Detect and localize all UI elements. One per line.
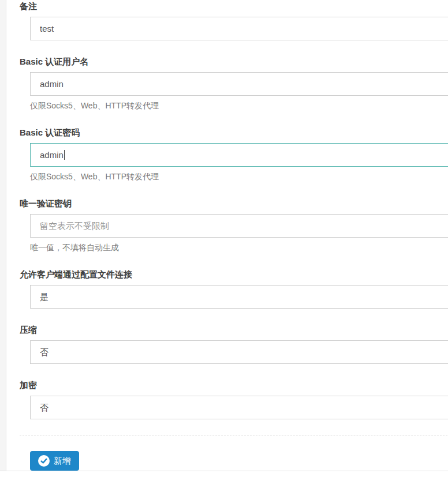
unique-key-input[interactable] xyxy=(30,214,448,238)
add-button[interactable]: 新增 xyxy=(30,451,79,471)
basic-auth-password-value: admin xyxy=(40,150,64,160)
form-group-allow-config-connect: 允许客户端通过配置文件连接 是 xyxy=(20,269,448,309)
basic-auth-username-input[interactable] xyxy=(30,72,448,96)
form-group-encryption: 加密 否 xyxy=(20,380,448,419)
unique-key-label: 唯一验证密钥 xyxy=(20,198,448,208)
form-group-basic-auth-username: Basic 认证用户名 仅限Socks5、Web、HTTP转发代理 xyxy=(20,57,448,111)
basic-auth-username-hint: 仅限Socks5、Web、HTTP转发代理 xyxy=(30,100,448,111)
check-circle-icon xyxy=(38,455,50,467)
form-group-unique-key: 唯一验证密钥 唯一值，不填将自动生成 xyxy=(20,198,448,253)
form-group-remark: 备注 xyxy=(20,1,448,40)
panel-bottom-border xyxy=(0,471,448,471)
compression-select[interactable]: 否 xyxy=(30,340,448,364)
page: 备注 Basic 认证用户名 仅限Socks5、Web、HTTP转发代理 Bas… xyxy=(0,0,448,477)
unique-key-hint: 唯一值，不填将自动生成 xyxy=(30,242,448,253)
remark-label: 备注 xyxy=(20,1,448,11)
remark-input[interactable] xyxy=(30,17,448,40)
encryption-select[interactable]: 否 xyxy=(30,396,448,419)
basic-auth-password-label: Basic 认证密码 xyxy=(20,127,448,137)
form-group-compression: 压缩 否 xyxy=(20,325,448,364)
add-button-label: 新增 xyxy=(54,456,71,467)
form-group-basic-auth-password: Basic 认证密码 admin 仅限Socks5、Web、HTTP转发代理 xyxy=(20,127,448,182)
form-panel: 备注 Basic 认证用户名 仅限Socks5、Web、HTTP转发代理 Bas… xyxy=(6,0,448,471)
allow-config-connect-label: 允许客户端通过配置文件连接 xyxy=(20,269,448,279)
basic-auth-password-input[interactable]: admin xyxy=(30,143,448,167)
compression-label: 压缩 xyxy=(20,325,448,335)
basic-auth-password-hint: 仅限Socks5、Web、HTTP转发代理 xyxy=(30,171,448,182)
form-divider xyxy=(20,435,448,436)
encryption-label: 加密 xyxy=(20,380,448,390)
page-background-strip xyxy=(0,0,6,471)
basic-auth-username-label: Basic 认证用户名 xyxy=(20,57,448,66)
text-caret xyxy=(64,150,65,160)
allow-config-connect-select[interactable]: 是 xyxy=(30,285,448,309)
